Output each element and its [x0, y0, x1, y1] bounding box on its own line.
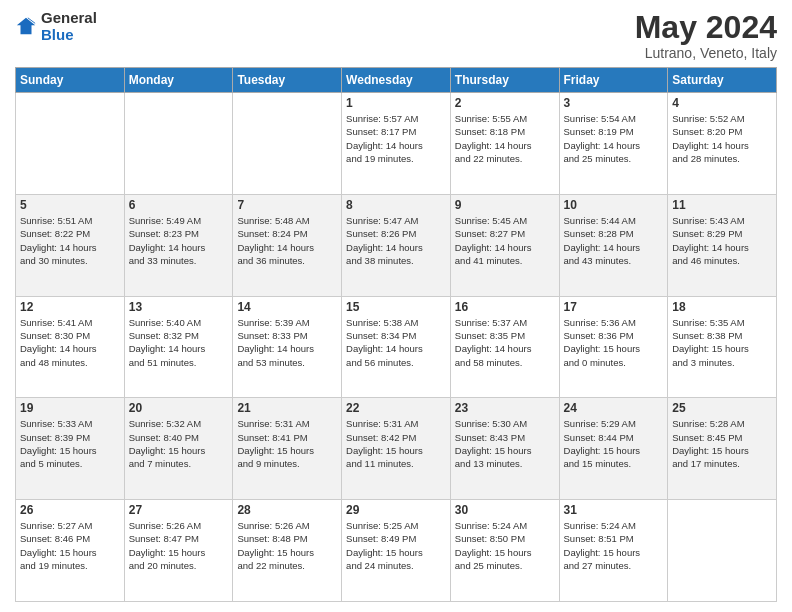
cell-1-3: 8Sunrise: 5:47 AM Sunset: 8:26 PM Daylig… [342, 194, 451, 296]
cell-2-0: 12Sunrise: 5:41 AM Sunset: 8:30 PM Dayli… [16, 296, 125, 398]
day-info-3-4: Sunrise: 5:30 AM Sunset: 8:43 PM Dayligh… [455, 417, 555, 470]
day-info-1-5: Sunrise: 5:44 AM Sunset: 8:28 PM Dayligh… [564, 214, 664, 267]
day-info-2-3: Sunrise: 5:38 AM Sunset: 8:34 PM Dayligh… [346, 316, 446, 369]
day-info-3-2: Sunrise: 5:31 AM Sunset: 8:41 PM Dayligh… [237, 417, 337, 470]
day-number-1-6: 11 [672, 198, 772, 212]
day-number-4-3: 29 [346, 503, 446, 517]
day-number-2-2: 14 [237, 300, 337, 314]
day-info-2-0: Sunrise: 5:41 AM Sunset: 8:30 PM Dayligh… [20, 316, 120, 369]
day-number-0-5: 3 [564, 96, 664, 110]
month-title: May 2024 [635, 10, 777, 45]
day-number-3-5: 24 [564, 401, 664, 415]
day-info-0-6: Sunrise: 5:52 AM Sunset: 8:20 PM Dayligh… [672, 112, 772, 165]
day-info-4-2: Sunrise: 5:26 AM Sunset: 8:48 PM Dayligh… [237, 519, 337, 572]
day-number-3-2: 21 [237, 401, 337, 415]
day-info-1-0: Sunrise: 5:51 AM Sunset: 8:22 PM Dayligh… [20, 214, 120, 267]
day-info-1-1: Sunrise: 5:49 AM Sunset: 8:23 PM Dayligh… [129, 214, 229, 267]
cell-3-1: 20Sunrise: 5:32 AM Sunset: 8:40 PM Dayli… [124, 398, 233, 500]
calendar-table: Sunday Monday Tuesday Wednesday Thursday… [15, 67, 777, 602]
day-info-4-3: Sunrise: 5:25 AM Sunset: 8:49 PM Dayligh… [346, 519, 446, 572]
day-number-4-0: 26 [20, 503, 120, 517]
cell-0-5: 3Sunrise: 5:54 AM Sunset: 8:19 PM Daylig… [559, 93, 668, 195]
day-number-0-4: 2 [455, 96, 555, 110]
header-friday: Friday [559, 68, 668, 93]
cell-0-4: 2Sunrise: 5:55 AM Sunset: 8:18 PM Daylig… [450, 93, 559, 195]
day-number-2-4: 16 [455, 300, 555, 314]
day-info-3-1: Sunrise: 5:32 AM Sunset: 8:40 PM Dayligh… [129, 417, 229, 470]
week-row-3: 19Sunrise: 5:33 AM Sunset: 8:39 PM Dayli… [16, 398, 777, 500]
day-number-3-3: 22 [346, 401, 446, 415]
cell-1-4: 9Sunrise: 5:45 AM Sunset: 8:27 PM Daylig… [450, 194, 559, 296]
day-number-2-6: 18 [672, 300, 772, 314]
day-info-4-4: Sunrise: 5:24 AM Sunset: 8:50 PM Dayligh… [455, 519, 555, 572]
day-info-4-5: Sunrise: 5:24 AM Sunset: 8:51 PM Dayligh… [564, 519, 664, 572]
cell-2-6: 18Sunrise: 5:35 AM Sunset: 8:38 PM Dayli… [668, 296, 777, 398]
cell-2-4: 16Sunrise: 5:37 AM Sunset: 8:35 PM Dayli… [450, 296, 559, 398]
day-info-0-4: Sunrise: 5:55 AM Sunset: 8:18 PM Dayligh… [455, 112, 555, 165]
header-thursday: Thursday [450, 68, 559, 93]
header-tuesday: Tuesday [233, 68, 342, 93]
cell-3-2: 21Sunrise: 5:31 AM Sunset: 8:41 PM Dayli… [233, 398, 342, 500]
cell-1-6: 11Sunrise: 5:43 AM Sunset: 8:29 PM Dayli… [668, 194, 777, 296]
day-number-2-5: 17 [564, 300, 664, 314]
logo-icon [15, 16, 37, 38]
week-row-4: 26Sunrise: 5:27 AM Sunset: 8:46 PM Dayli… [16, 500, 777, 602]
week-row-0: 1Sunrise: 5:57 AM Sunset: 8:17 PM Daylig… [16, 93, 777, 195]
cell-0-3: 1Sunrise: 5:57 AM Sunset: 8:17 PM Daylig… [342, 93, 451, 195]
logo-blue-text: Blue [41, 27, 97, 44]
day-info-0-5: Sunrise: 5:54 AM Sunset: 8:19 PM Dayligh… [564, 112, 664, 165]
day-number-4-1: 27 [129, 503, 229, 517]
header-monday: Monday [124, 68, 233, 93]
header-wednesday: Wednesday [342, 68, 451, 93]
day-number-1-4: 9 [455, 198, 555, 212]
cell-3-3: 22Sunrise: 5:31 AM Sunset: 8:42 PM Dayli… [342, 398, 451, 500]
week-row-1: 5Sunrise: 5:51 AM Sunset: 8:22 PM Daylig… [16, 194, 777, 296]
title-block: May 2024 Lutrano, Veneto, Italy [635, 10, 777, 61]
cell-2-5: 17Sunrise: 5:36 AM Sunset: 8:36 PM Dayli… [559, 296, 668, 398]
cell-4-2: 28Sunrise: 5:26 AM Sunset: 8:48 PM Dayli… [233, 500, 342, 602]
location-subtitle: Lutrano, Veneto, Italy [635, 45, 777, 61]
day-number-2-3: 15 [346, 300, 446, 314]
day-info-2-4: Sunrise: 5:37 AM Sunset: 8:35 PM Dayligh… [455, 316, 555, 369]
day-number-2-0: 12 [20, 300, 120, 314]
week-row-2: 12Sunrise: 5:41 AM Sunset: 8:30 PM Dayli… [16, 296, 777, 398]
day-number-4-5: 31 [564, 503, 664, 517]
cell-2-1: 13Sunrise: 5:40 AM Sunset: 8:32 PM Dayli… [124, 296, 233, 398]
day-info-2-5: Sunrise: 5:36 AM Sunset: 8:36 PM Dayligh… [564, 316, 664, 369]
cell-3-5: 24Sunrise: 5:29 AM Sunset: 8:44 PM Dayli… [559, 398, 668, 500]
cell-4-6 [668, 500, 777, 602]
header: General Blue May 2024 Lutrano, Veneto, I… [15, 10, 777, 61]
logo-text: General Blue [41, 10, 97, 43]
cell-0-0 [16, 93, 125, 195]
cell-2-3: 15Sunrise: 5:38 AM Sunset: 8:34 PM Dayli… [342, 296, 451, 398]
day-info-2-1: Sunrise: 5:40 AM Sunset: 8:32 PM Dayligh… [129, 316, 229, 369]
day-info-2-6: Sunrise: 5:35 AM Sunset: 8:38 PM Dayligh… [672, 316, 772, 369]
day-number-1-2: 7 [237, 198, 337, 212]
logo: General Blue [15, 10, 97, 43]
day-number-0-3: 1 [346, 96, 446, 110]
day-info-0-3: Sunrise: 5:57 AM Sunset: 8:17 PM Dayligh… [346, 112, 446, 165]
day-number-3-4: 23 [455, 401, 555, 415]
page: General Blue May 2024 Lutrano, Veneto, I… [0, 0, 792, 612]
cell-3-6: 25Sunrise: 5:28 AM Sunset: 8:45 PM Dayli… [668, 398, 777, 500]
cell-2-2: 14Sunrise: 5:39 AM Sunset: 8:33 PM Dayli… [233, 296, 342, 398]
header-sunday: Sunday [16, 68, 125, 93]
day-number-4-2: 28 [237, 503, 337, 517]
day-info-1-3: Sunrise: 5:47 AM Sunset: 8:26 PM Dayligh… [346, 214, 446, 267]
day-number-3-0: 19 [20, 401, 120, 415]
logo-general-text: General [41, 10, 97, 27]
day-info-4-1: Sunrise: 5:26 AM Sunset: 8:47 PM Dayligh… [129, 519, 229, 572]
cell-4-4: 30Sunrise: 5:24 AM Sunset: 8:50 PM Dayli… [450, 500, 559, 602]
day-number-3-1: 20 [129, 401, 229, 415]
day-number-1-5: 10 [564, 198, 664, 212]
day-info-1-6: Sunrise: 5:43 AM Sunset: 8:29 PM Dayligh… [672, 214, 772, 267]
day-number-1-0: 5 [20, 198, 120, 212]
day-number-4-4: 30 [455, 503, 555, 517]
cell-0-1 [124, 93, 233, 195]
cell-4-0: 26Sunrise: 5:27 AM Sunset: 8:46 PM Dayli… [16, 500, 125, 602]
cell-3-0: 19Sunrise: 5:33 AM Sunset: 8:39 PM Dayli… [16, 398, 125, 500]
day-info-3-5: Sunrise: 5:29 AM Sunset: 8:44 PM Dayligh… [564, 417, 664, 470]
cell-1-0: 5Sunrise: 5:51 AM Sunset: 8:22 PM Daylig… [16, 194, 125, 296]
day-number-0-6: 4 [672, 96, 772, 110]
cell-4-1: 27Sunrise: 5:26 AM Sunset: 8:47 PM Dayli… [124, 500, 233, 602]
